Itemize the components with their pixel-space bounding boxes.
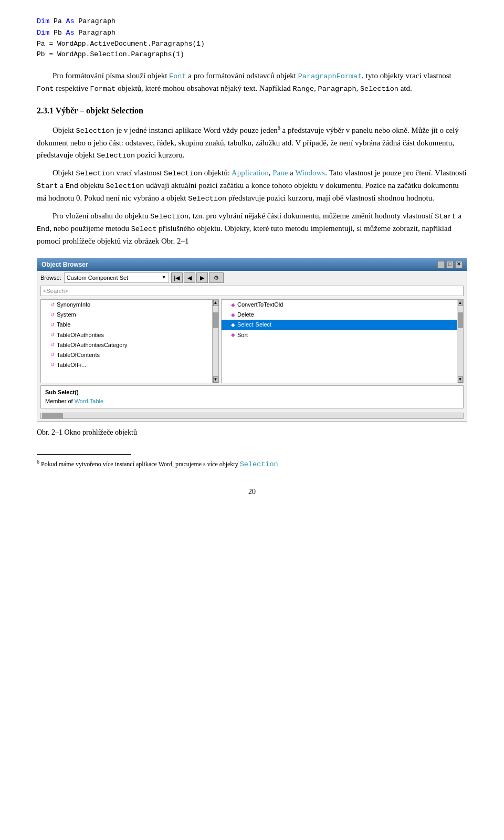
minimize-button[interactable]: _ <box>437 261 445 268</box>
close-button[interactable]: ✕ <box>455 261 463 268</box>
list-item[interactable]: ↺ TableOfAuthoritiesCategory <box>41 340 212 350</box>
horizontal-scrollbar[interactable] <box>40 413 464 419</box>
item-icon: ◆ <box>231 301 235 309</box>
item-icon: ↺ <box>50 301 55 309</box>
code-block: Dim Pa As Paragraph Dim Pb As Paragraph … <box>37 16 467 60</box>
nav-btn-2[interactable]: ◀ <box>184 272 195 283</box>
scroll-down-icon[interactable]: ▼ <box>458 376 463 383</box>
list-item[interactable]: ↺ TableOfAuthorities <box>41 330 212 340</box>
search-row: <Search> <box>37 285 467 297</box>
item-icon: ↺ <box>50 341 55 349</box>
footnote: 6 Pokud máme vytvořeno více instancí apl… <box>37 458 467 470</box>
code-line-1: Dim Pa As Paragraph <box>37 16 467 27</box>
para2: Objekt Selection vrací vlastnost Selecti… <box>37 167 467 205</box>
browse-row: Browse: Custom Component Set ▼ |◀ ◀ ▶ ⚙ <box>37 271 467 285</box>
lists-area: ↺ SynonymInfo ↺ System ↺ Table ↺ TableOf… <box>37 297 467 385</box>
titlebar-buttons: _ □ ✕ <box>437 261 463 268</box>
nav-btn-3[interactable]: ▶ <box>196 272 208 283</box>
figure-title: Object Browser <box>41 260 88 270</box>
list-item[interactable]: ↺ TableOfContents <box>41 350 212 360</box>
item-icon: ◆ <box>231 321 235 329</box>
right-scrollbar[interactable]: ▲ ▼ <box>457 300 463 383</box>
status-line1: Sub Select() <box>45 388 459 397</box>
list-item[interactable]: ↺ SynonymInfo <box>41 300 212 310</box>
intro-paragraph: Pro formátování písma slouží objekt Font… <box>37 70 467 95</box>
browse-label: Browse: <box>40 274 61 282</box>
scroll-thumb[interactable] <box>458 312 463 328</box>
h-scroll-thumb[interactable] <box>42 413 63 418</box>
section-heading: 2.3.1 Výběr – objekt Selection <box>37 104 467 118</box>
scroll-thumb[interactable] <box>213 312 218 328</box>
list-item[interactable]: ◆ Sort <box>222 330 457 340</box>
item-icon: ↺ <box>50 311 55 319</box>
status-box: Sub Select() Member of Word.Table <box>40 385 464 408</box>
code-line-2: Dim Pb As Paragraph <box>37 27 467 39</box>
list-item[interactable]: ↺ Table <box>41 320 212 330</box>
nav-buttons: |◀ ◀ ▶ ⚙ <box>171 272 224 283</box>
list-item-selected[interactable]: ◆ Select Select <box>222 320 457 330</box>
list-item[interactable]: ↺ System <box>41 310 212 320</box>
object-browser-figure: Object Browser _ □ ✕ Browse: Custom Comp… <box>37 258 467 422</box>
item-icon: ↺ <box>50 331 55 339</box>
nav-btn-4[interactable]: ⚙ <box>209 272 224 283</box>
list-item[interactable]: ◆ Delete <box>222 310 457 320</box>
item-icon: ↺ <box>50 321 55 329</box>
left-scrollbar[interactable]: ▲ ▼ <box>212 300 218 383</box>
item-icon: ◆ <box>231 331 235 339</box>
figure-caption: Obr. 2–1 Okno prohlížeče objektů <box>37 427 467 438</box>
para1: Objekt Selection je v jedné instanci apl… <box>37 124 467 162</box>
scroll-up-icon[interactable]: ▲ <box>458 300 463 306</box>
right-list: ◆ ConvertToTextOld ◆ Delete ◆ Select Sel… <box>221 299 464 383</box>
list-item[interactable]: ↺ TableOfFi... <box>41 360 212 370</box>
browse-dropdown[interactable]: Custom Component Set ▼ <box>64 272 169 283</box>
item-icon: ◆ <box>231 311 235 319</box>
code-line-3: Pa = WordApp.ActiveDocument.Paragraphs(1… <box>37 39 467 50</box>
dropdown-arrow-icon: ▼ <box>162 274 166 281</box>
scroll-down-icon[interactable]: ▼ <box>213 376 218 383</box>
bottom-nav <box>37 412 467 421</box>
nav-btn-1[interactable]: |◀ <box>171 272 183 283</box>
figure-titlebar: Object Browser _ □ ✕ <box>37 258 467 271</box>
page-number: 20 <box>37 486 467 498</box>
item-icon: ↺ <box>50 351 55 359</box>
para3: Pro vložení obsahu do objektu Selection,… <box>37 210 467 247</box>
code-line-4: Pb = WordApp.Selection.Paragraphs(1) <box>37 49 467 60</box>
left-list: ↺ SynonymInfo ↺ System ↺ Table ↺ TableOf… <box>40 299 219 383</box>
footnote-line <box>37 454 131 455</box>
item-icon: ↺ <box>50 361 55 369</box>
search-placeholder: <Search> <box>43 287 68 296</box>
status-line2: Member of Word.Table <box>45 397 459 406</box>
search-box[interactable]: <Search> <box>40 286 464 296</box>
maximize-button[interactable]: □ <box>446 261 454 268</box>
list-item[interactable]: ◆ ConvertToTextOld <box>222 300 457 310</box>
scroll-up-icon[interactable]: ▲ <box>213 300 218 306</box>
